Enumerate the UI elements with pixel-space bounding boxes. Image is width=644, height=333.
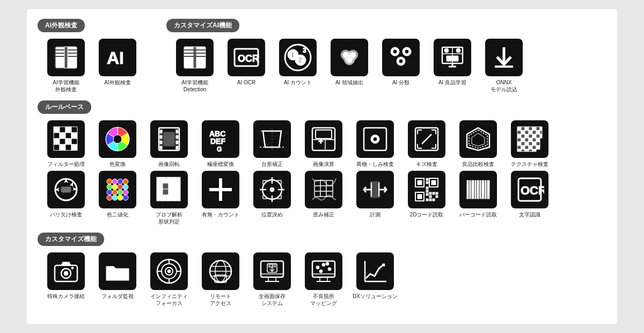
svg-rect-111 (521, 127, 525, 131)
svg-rect-240 (475, 180, 476, 199)
svg-rect-151 (525, 149, 529, 151)
icon-box-color[interactable] (99, 120, 136, 158)
icon-box-compare[interactable] (459, 120, 497, 158)
icon-box-count2[interactable] (202, 171, 239, 208)
rule-based-row1: フィルター処理 (38, 120, 606, 168)
svg-rect-175 (157, 183, 163, 189)
customize-grid: 特殊カメラ接続 フォルダ監視 (38, 252, 606, 307)
icon-box-position[interactable] (253, 171, 291, 208)
icon-box-globe[interactable] (202, 252, 239, 290)
list-item: 画像回転 (145, 120, 193, 168)
icon-box-ai-classify[interactable] (382, 39, 420, 76)
icon-box-texture[interactable] (511, 120, 548, 158)
icon-label: DXソリューション (353, 293, 398, 300)
icon-box-burr[interactable] (47, 171, 85, 208)
icon-box-distortion[interactable] (305, 171, 342, 208)
section-customize: カスタマイズ機能 特殊カメラ接続 (38, 233, 606, 307)
svg-rect-237 (467, 180, 469, 199)
svg-point-34 (347, 57, 352, 63)
list-item: 色二値化 (93, 171, 142, 225)
ai-inspection-header: AI外観検査 (38, 19, 85, 32)
svg-rect-117 (517, 131, 521, 134)
svg-rect-176 (163, 183, 169, 189)
svg-text:+: + (318, 136, 323, 146)
icon-box-barcode[interactable] (459, 171, 497, 208)
list-item: AI AI外観検査 (93, 39, 142, 93)
svg-rect-127 (529, 134, 532, 138)
svg-rect-232 (426, 182, 428, 184)
svg-rect-239 (472, 180, 474, 199)
icon-box-scratch[interactable] (408, 120, 445, 158)
icon-box-ai-quality[interactable] (434, 39, 471, 76)
list-item: 歪み補正 (299, 171, 348, 225)
icon-label: 台形補正 (261, 161, 283, 168)
svg-text:3: 3 (303, 47, 306, 54)
rule-based-row2: バリ欠け検査 (38, 171, 606, 225)
icon-box-keystone[interactable] (253, 120, 291, 158)
icon-label: ONNXモデル読込 (491, 79, 517, 93)
main-container: AI外観検査 (27, 9, 617, 324)
svg-rect-234 (426, 190, 428, 192)
icon-box-qr[interactable] (408, 171, 445, 208)
icon-box-target[interactable] (150, 252, 188, 290)
icon-box-coord[interactable]: ABC DEF G (202, 120, 239, 158)
icon-box-blob[interactable] (150, 171, 188, 208)
icon-label: プロブ解析形状判定 (156, 211, 182, 225)
list-item: OCR 文字認識 (506, 171, 554, 225)
icon-label: フォルダ監視 (101, 293, 134, 300)
icon-box-ai-learning[interactable] (176, 39, 214, 76)
svg-rect-119 (525, 131, 529, 134)
section-ai-inspection: AI外観検査 (38, 19, 156, 93)
svg-rect-125 (521, 134, 525, 138)
icon-box-stain[interactable] (356, 120, 394, 158)
svg-rect-124 (517, 134, 521, 138)
svg-rect-46 (447, 56, 458, 61)
svg-text:G: G (217, 146, 222, 153)
icon-box-filter[interactable] (47, 120, 85, 158)
icon-label: 全画面保存システム (259, 293, 286, 307)
svg-point-250 (64, 271, 68, 276)
svg-rect-149 (517, 149, 521, 151)
svg-rect-61 (65, 139, 71, 144)
svg-rect-140 (529, 142, 532, 146)
svg-rect-229 (429, 199, 431, 201)
svg-rect-179 (163, 189, 169, 195)
svg-rect-244 (485, 180, 486, 199)
icon-box-binary[interactable] (99, 171, 136, 208)
list-item: + 画像演算 (299, 120, 348, 168)
svg-point-32 (343, 52, 348, 57)
icon-label: 画像演算 (313, 161, 334, 168)
icon-box-defect[interactable] (305, 252, 342, 290)
icon-box-rotate[interactable] (150, 120, 188, 158)
svg-rect-148 (536, 146, 540, 149)
icon-box-dx[interactable] (356, 252, 394, 290)
icon-box-book[interactable] (47, 39, 85, 76)
icon-label: 計測 (370, 211, 380, 218)
svg-rect-183 (174, 189, 180, 195)
svg-rect-177 (169, 183, 174, 189)
icon-box-onnx[interactable] (485, 39, 523, 76)
svg-rect-182 (174, 183, 180, 189)
svg-rect-53 (65, 127, 71, 133)
icon-box-calc[interactable]: + (305, 120, 342, 158)
svg-rect-73 (160, 130, 162, 133)
svg-point-163 (123, 184, 128, 190)
icon-box-ocr2[interactable]: OCR (511, 171, 548, 208)
icon-label: バリ欠け検査 (50, 211, 82, 218)
svg-point-170 (118, 195, 123, 200)
svg-point-69 (113, 135, 122, 143)
icon-box-measure[interactable] (356, 171, 394, 208)
icon-box-ai-region[interactable] (331, 39, 368, 76)
svg-point-167 (123, 190, 128, 195)
icon-box-ai-ocr[interactable]: OCR (228, 39, 265, 76)
icon-box-folder[interactable] (99, 252, 136, 290)
icon-box-ai-count[interactable]: 1 2 3 (279, 39, 317, 76)
svg-rect-63 (54, 144, 60, 150)
icon-box-ai-text[interactable]: AI (99, 39, 136, 76)
svg-point-45 (456, 48, 460, 53)
svg-text:AI: AI (107, 48, 124, 68)
svg-rect-245 (487, 180, 489, 199)
icon-box-fullsave[interactable] (253, 252, 291, 290)
icon-box-camera[interactable] (47, 252, 85, 290)
section-rule-based: ルールベース (38, 100, 606, 225)
